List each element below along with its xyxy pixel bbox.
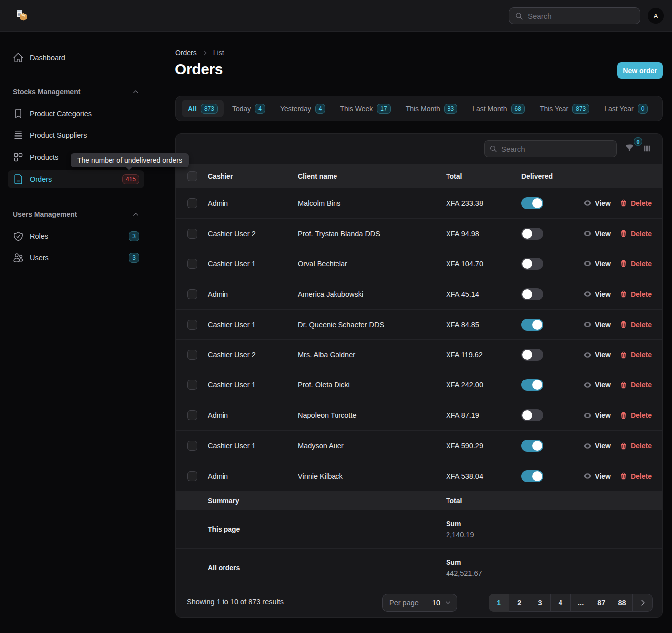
- sidebar-item-roles[interactable]: Roles 3: [8, 227, 144, 245]
- view-action[interactable]: View: [584, 260, 611, 268]
- sidebar-group-stocks[interactable]: Stocks Management: [8, 88, 144, 96]
- document-icon: [13, 174, 24, 185]
- tab-label: Yesterday: [280, 105, 311, 113]
- row-checkbox[interactable]: [187, 289, 197, 299]
- page-button-87[interactable]: 87: [591, 594, 611, 612]
- tab-count-badge: 0: [638, 104, 648, 114]
- sidebar-item-product-suppliers[interactable]: Product Suppliers: [8, 127, 144, 144]
- cell-cashier: Cashier User 1: [208, 260, 298, 268]
- row-checkbox[interactable]: [187, 471, 197, 481]
- delivered-toggle[interactable]: [521, 349, 543, 361]
- view-action[interactable]: View: [584, 230, 611, 238]
- cell-total: XFA 233.38: [446, 199, 521, 207]
- delivered-toggle[interactable]: [521, 197, 543, 209]
- sidebar-item-product-categories[interactable]: Product Categories: [8, 105, 144, 123]
- tab-all[interactable]: All 873: [182, 100, 224, 117]
- view-action[interactable]: View: [584, 442, 611, 450]
- delete-action[interactable]: Delete: [620, 230, 652, 238]
- delete-action[interactable]: Delete: [620, 351, 652, 359]
- delivered-toggle[interactable]: [521, 258, 543, 270]
- col-header-delivered[interactable]: Delivered: [521, 172, 588, 180]
- table-row: Admin Napoleon Turcotte XFA 87.19 View D…: [175, 400, 663, 430]
- tab-count-badge: 873: [572, 104, 589, 114]
- row-checkbox[interactable]: [187, 380, 197, 390]
- page-button-1[interactable]: 1: [489, 594, 509, 612]
- delivered-toggle[interactable]: [521, 228, 543, 240]
- row-checkbox[interactable]: [187, 259, 197, 269]
- trash-icon: [620, 472, 627, 480]
- view-action[interactable]: View: [584, 381, 611, 389]
- view-action[interactable]: View: [584, 290, 611, 298]
- user-avatar[interactable]: A: [648, 8, 664, 24]
- view-action[interactable]: View: [584, 199, 611, 207]
- sidebar-item-dashboard[interactable]: Dashboard: [8, 49, 144, 67]
- sidebar-item-label: Roles: [30, 232, 48, 240]
- delivered-toggle[interactable]: [521, 409, 543, 421]
- delivered-toggle[interactable]: [521, 288, 543, 300]
- next-page-button[interactable]: [632, 594, 653, 612]
- delete-action[interactable]: Delete: [620, 199, 652, 207]
- tab-last-year[interactable]: Last Year 0: [598, 100, 654, 117]
- sidebar-item-orders[interactable]: Orders 415: [8, 170, 144, 188]
- delivered-toggle[interactable]: [521, 319, 543, 331]
- delivered-toggle[interactable]: [521, 440, 543, 452]
- row-checkbox[interactable]: [187, 198, 197, 208]
- view-action[interactable]: View: [584, 351, 611, 359]
- trash-icon: [620, 290, 627, 298]
- row-checkbox[interactable]: [187, 229, 197, 239]
- table-row: Cashier User 1 Madyson Auer XFA 590.29 V…: [175, 430, 663, 461]
- tab-yesterday[interactable]: Yesterday 4: [274, 100, 331, 117]
- tab-today[interactable]: Today 4: [226, 100, 271, 117]
- cell-cashier: Admin: [208, 472, 298, 480]
- filter-button[interactable]: [625, 144, 634, 152]
- delete-action[interactable]: Delete: [620, 472, 652, 480]
- view-action[interactable]: View: [584, 411, 611, 419]
- col-header-cashier[interactable]: Cashier: [208, 172, 298, 180]
- delete-action[interactable]: Delete: [620, 411, 652, 419]
- tab-count-badge: 83: [444, 104, 457, 114]
- per-page-value[interactable]: 10: [426, 594, 457, 612]
- delete-action[interactable]: Delete: [620, 381, 652, 389]
- delete-action[interactable]: Delete: [620, 442, 652, 450]
- row-checkbox[interactable]: [187, 441, 197, 451]
- summary-total-header: Total: [446, 497, 521, 505]
- page-button-4[interactable]: 4: [550, 594, 570, 612]
- tab-last-month[interactable]: Last Month 68: [466, 100, 531, 117]
- global-search-input[interactable]: Search: [509, 7, 640, 24]
- row-checkbox[interactable]: [187, 410, 197, 420]
- delete-action[interactable]: Delete: [620, 321, 652, 329]
- tab-this-year[interactable]: This Year 873: [534, 100, 595, 117]
- breadcrumb-orders[interactable]: Orders: [175, 49, 197, 57]
- view-action[interactable]: View: [584, 321, 611, 329]
- col-header-total[interactable]: Total: [446, 172, 521, 180]
- delivered-toggle[interactable]: [521, 470, 543, 482]
- sidebar-item-users[interactable]: Users 3: [8, 249, 144, 267]
- sidebar-group-users[interactable]: Users Management: [8, 210, 144, 218]
- table-search-input[interactable]: Search: [484, 140, 617, 157]
- tab-this-month[interactable]: This Month 83: [400, 100, 464, 117]
- tab-count-badge: 4: [255, 104, 265, 114]
- per-page-select[interactable]: Per page 10: [382, 594, 457, 612]
- toggle-columns-button[interactable]: [643, 144, 651, 153]
- page-button-88[interactable]: 88: [612, 594, 632, 612]
- delete-action[interactable]: Delete: [620, 260, 652, 268]
- row-checkbox[interactable]: [187, 320, 197, 330]
- col-header-client[interactable]: Client name: [298, 172, 446, 180]
- view-action[interactable]: View: [584, 472, 611, 480]
- delivered-toggle[interactable]: [521, 379, 543, 391]
- page-button-3[interactable]: 3: [530, 594, 550, 612]
- bookmark-icon: [13, 108, 24, 119]
- page-title: Orders: [175, 61, 223, 78]
- tab-this-week[interactable]: This Week 17: [334, 100, 396, 117]
- row-checkbox[interactable]: [187, 350, 197, 360]
- tab-label: This Week: [340, 105, 373, 113]
- page-button-2[interactable]: 2: [509, 594, 529, 612]
- delete-action[interactable]: Delete: [620, 290, 652, 298]
- app-logo-icon[interactable]: [15, 9, 28, 22]
- cell-cashier: Cashier User 1: [208, 381, 298, 389]
- cell-client-name: Orval Bechtelar: [298, 260, 446, 268]
- select-all-checkbox[interactable]: [187, 171, 197, 181]
- cell-total: XFA 119.62: [446, 351, 521, 359]
- search-icon: [489, 145, 497, 153]
- new-order-button[interactable]: New order: [617, 62, 663, 79]
